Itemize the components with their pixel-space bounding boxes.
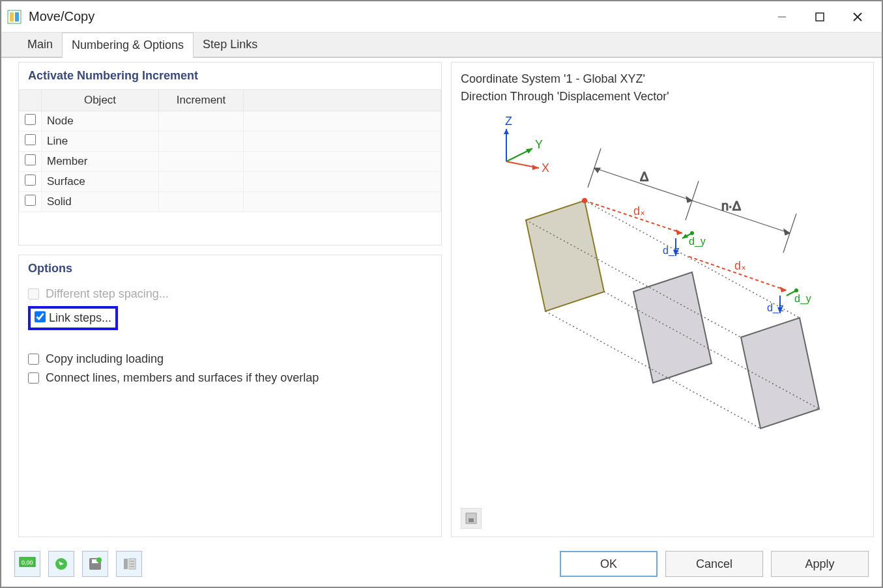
svg-marker-8 xyxy=(504,129,509,134)
option-row: Copy including loading xyxy=(28,352,432,366)
cell-object: Surface xyxy=(42,172,159,192)
svg-rect-54 xyxy=(469,518,474,522)
cell-object: Line xyxy=(42,132,159,152)
svg-text:Y: Y xyxy=(535,138,543,151)
option-checkbox[interactable] xyxy=(28,372,39,384)
tab-main[interactable]: Main xyxy=(18,33,62,57)
row-checkbox[interactable] xyxy=(25,195,36,206)
save-button[interactable] xyxy=(82,551,108,577)
svg-text:n·Δ: n·Δ xyxy=(721,199,741,213)
pick-button[interactable] xyxy=(48,551,74,577)
svg-marker-24 xyxy=(784,229,790,235)
options-panel: Options Different step spacing... Link s… xyxy=(18,255,442,537)
numbering-panel: Activate Numbering Increment Object Incr… xyxy=(18,62,442,245)
svg-rect-1 xyxy=(10,12,14,21)
preview-line2: Direction Through 'Displacement Vector' xyxy=(461,88,864,105)
cell-increment[interactable] xyxy=(159,152,244,172)
row-checkbox[interactable] xyxy=(25,134,36,145)
footer: 0,00 OK Cancel Apply xyxy=(1,541,882,587)
minimize-button[interactable] xyxy=(763,4,801,30)
svg-rect-4 xyxy=(816,13,824,21)
table-row: Surface xyxy=(20,172,441,192)
cell-object: Solid xyxy=(42,192,159,212)
ok-button[interactable]: OK xyxy=(560,551,658,577)
window-controls xyxy=(763,4,876,30)
svg-text:Z: Z xyxy=(505,115,512,128)
tab-numbering-options[interactable]: Numbering & Options xyxy=(62,33,194,58)
maximize-button[interactable] xyxy=(801,4,839,30)
cancel-button[interactable]: Cancel xyxy=(665,551,763,577)
option-label: Copy including loading xyxy=(46,352,164,366)
svg-text:d_z: d_z xyxy=(663,245,680,257)
preview-panel: Coordinate System '1 - Global XYZ' Direc… xyxy=(451,62,874,537)
svg-text:d_y: d_y xyxy=(689,236,706,247)
numbering-table: Object Increment Node Line Member Surfac… xyxy=(19,89,441,212)
row-checkbox[interactable] xyxy=(25,175,36,186)
table-row: Member xyxy=(20,152,441,172)
list-button[interactable] xyxy=(116,551,142,577)
options-list: Different step spacing... Link steps...C… xyxy=(19,282,441,397)
cell-increment[interactable] xyxy=(159,132,244,152)
cell-increment[interactable] xyxy=(159,172,244,192)
options-header: Options xyxy=(19,255,441,282)
col-increment: Increment xyxy=(159,90,244,111)
numbering-header: Activate Numbering Increment xyxy=(19,63,441,89)
svg-marker-27 xyxy=(633,272,712,383)
close-button[interactable] xyxy=(839,4,876,30)
preview-tool-button[interactable] xyxy=(461,508,482,529)
svg-text:dₓ: dₓ xyxy=(734,259,746,272)
svg-marker-28 xyxy=(741,318,819,428)
svg-rect-2 xyxy=(15,12,19,21)
option-row: Link steps... xyxy=(28,306,432,330)
left-column: Activate Numbering Increment Object Incr… xyxy=(18,62,442,537)
row-checkbox[interactable] xyxy=(25,114,36,125)
svg-text:dₓ: dₓ xyxy=(633,204,645,217)
svg-point-60 xyxy=(96,557,102,563)
apply-button[interactable]: Apply xyxy=(771,551,869,577)
svg-text:d_y: d_y xyxy=(794,293,811,305)
preview-line1: Coordinate System '1 - Global XYZ' xyxy=(461,70,864,88)
preview-diagram: Z Y X xyxy=(461,105,864,508)
content-area: Activate Numbering Increment Object Incr… xyxy=(1,58,882,541)
cell-object: Node xyxy=(42,111,159,132)
svg-marker-21 xyxy=(686,197,692,203)
table-row: Node xyxy=(20,111,441,132)
tab-step-links[interactable]: Step Links xyxy=(194,33,267,57)
table-row: Solid xyxy=(20,192,441,212)
titlebar: Move/Copy xyxy=(1,1,882,33)
units-button[interactable]: 0,00 xyxy=(14,551,40,577)
dialog-window: Move/Copy Main Numbering & Options Step … xyxy=(0,0,883,588)
cell-object: Member xyxy=(42,152,159,172)
svg-rect-61 xyxy=(124,559,128,569)
option-checkbox xyxy=(28,288,39,300)
option-row: Connect lines, members and surfaces if t… xyxy=(28,371,432,385)
svg-text:d_z: d_z xyxy=(767,302,784,314)
cell-increment[interactable] xyxy=(159,111,244,132)
col-object: Object xyxy=(42,90,159,111)
option-label: Link steps... xyxy=(49,311,111,325)
option-checkbox[interactable] xyxy=(28,354,39,365)
table-row: Line xyxy=(20,132,441,152)
option-row: Different step spacing... xyxy=(28,287,432,301)
svg-marker-20 xyxy=(594,168,600,173)
tabbar: Main Numbering & Options Step Links xyxy=(1,33,882,58)
app-icon xyxy=(7,9,22,25)
option-label: Different step spacing... xyxy=(46,287,169,301)
window-title: Move/Copy xyxy=(29,9,94,24)
row-checkbox[interactable] xyxy=(25,154,36,165)
cell-increment[interactable] xyxy=(159,192,244,212)
option-label: Connect lines, members and surfaces if t… xyxy=(46,371,319,385)
svg-text:Δ: Δ xyxy=(640,169,648,184)
option-checkbox[interactable] xyxy=(35,311,46,322)
svg-text:X: X xyxy=(542,161,549,175)
svg-text:0,00: 0,00 xyxy=(22,559,33,566)
